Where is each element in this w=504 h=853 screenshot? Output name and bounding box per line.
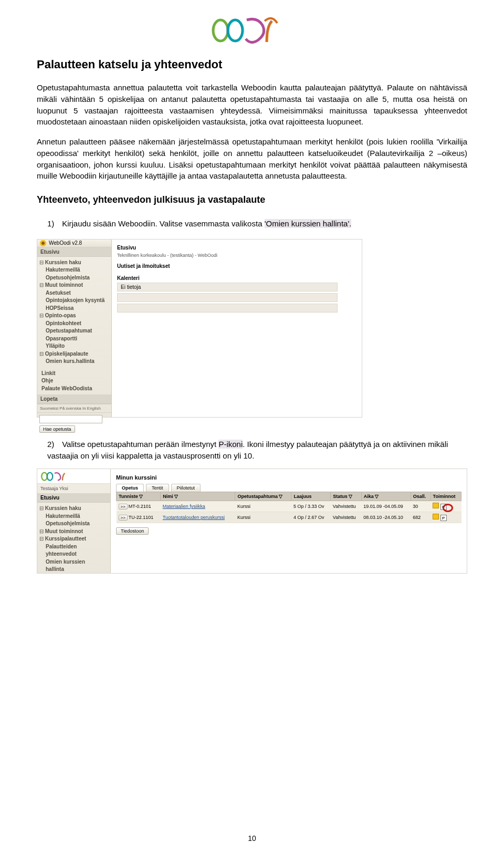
page-heading: Palautteen katselu ja yhteenvedot <box>37 58 467 71</box>
sidebar-kurssien-haku[interactable]: Kurssien haku <box>45 259 81 265</box>
p-icon[interactable]: P <box>440 515 447 521</box>
sidebar-linkit[interactable]: Linkit <box>41 370 56 376</box>
sidebar-muut-toiminnot[interactable]: Muut toiminnot <box>45 282 83 288</box>
sidebar-opintojaksojen[interactable]: Opintojaksojen kysyntä <box>46 297 104 303</box>
sidebar-opetusohjelmista[interactable]: Opetusohjelmista <box>46 275 90 280</box>
course-link[interactable]: Tuotantotalouden peruskurssi <box>163 515 225 520</box>
username: Testaaja Yksi <box>37 484 110 493</box>
breadcrumb: Etusivu <box>117 245 356 251</box>
sidebar-ohje[interactable]: Ohje <box>41 378 53 383</box>
sidebar-asetukset[interactable]: Asetukset <box>46 290 71 296</box>
kalenteri-title: Kalenteri <box>117 275 356 281</box>
paragraph-1: Opetustapahtumasta annettua palautetta v… <box>37 82 467 128</box>
sidebar-hakutermeilla[interactable]: Hakutermeillä <box>46 267 80 273</box>
sidebar-palaute[interactable]: Palaute WebOodista <box>41 386 92 391</box>
sidebar-section-etusivu-2[interactable]: Etusivu <box>37 493 110 503</box>
page-number: 10 <box>0 834 504 842</box>
step-2: 2) Valitse opetustapahtuman perään ilmes… <box>47 439 467 462</box>
tab-opetus[interactable]: Opetus <box>116 484 144 492</box>
svg-point-2 <box>41 472 47 480</box>
svg-point-3 <box>47 472 53 480</box>
sidebar-opintokohteet[interactable]: Opintokohteet <box>46 320 81 326</box>
search-input[interactable] <box>39 415 102 423</box>
search-button[interactable]: Hae opetusta <box>39 425 75 433</box>
oodi-logo-small <box>37 469 110 484</box>
step-1: 1) Kirjaudu sisään Weboodiin. Valitse va… <box>47 218 467 230</box>
sidebar-kurssien-haku-2[interactable]: Kurssien haku <box>45 505 81 511</box>
screenshot-1: WebOodi v2.8 Etusivu ⊟ Kurssien haku Hak… <box>37 239 467 418</box>
tiedostoon-button[interactable]: Tiedostoon <box>116 527 149 535</box>
sidebar-yllapito[interactable]: Ylläpito <box>46 343 65 349</box>
calendar-icon[interactable] <box>433 514 439 519</box>
subheading: Yhteenveto, yhteenvedon julkisuus ja vas… <box>37 194 467 205</box>
sidebar-section-etusivu[interactable]: Etusivu <box>37 247 111 257</box>
sidebar-kurssipalautteet[interactable]: Kurssipalautteet <box>45 536 86 542</box>
sidebar-omien-kurs-hallinta[interactable]: Omien kurs.hallinta <box>46 358 94 364</box>
svg-point-0 <box>213 20 228 41</box>
page-title: Minun kurssini <box>116 474 461 481</box>
table-row: >>MT-0.2101 Materiaalien fysiikka Kurssi… <box>117 501 461 512</box>
sidebar-omien-kurssien-2[interactable]: Omien kurssien <box>46 559 85 565</box>
sunflower-icon <box>39 240 47 247</box>
sidebar-opetustapahtumat[interactable]: Opetustapahtumat <box>46 328 92 334</box>
uutiset-title: Uutiset ja ilmoitukset <box>117 263 356 269</box>
tab-piilotetut[interactable]: Piilotetut <box>171 484 201 492</box>
table-row: >>TU-22.1101 Tuotantotalouden peruskurss… <box>117 512 461 523</box>
sidebar-opasraportti[interactable]: Opasraportti <box>46 336 77 341</box>
tab-tentit[interactable]: Tentit <box>146 484 169 492</box>
language-bar[interactable]: Suomeksi På svenska In English <box>37 404 111 412</box>
sidebar-opiskelijapalaute[interactable]: Opiskelijapalaute <box>45 351 88 357</box>
sidebar-opinto-opas[interactable]: Opinto-opas <box>45 313 76 318</box>
kalenteri-row: Ei tietoja <box>117 283 338 292</box>
highlight-p-ikoni: P-ikoni <box>218 440 243 449</box>
svg-point-1 <box>228 20 243 41</box>
courses-table: Tunniste ▽ Nimi ▽ Opetustapahtuma ▽ Laaj… <box>116 492 461 523</box>
highlight-omien-kurssien: 'Omien kurssien hallinta'. <box>265 219 352 228</box>
course-link[interactable]: Materiaalien fysiikka <box>163 504 205 509</box>
sidebar-section-lopeta[interactable]: Lopeta <box>37 394 111 404</box>
logo <box>37 16 467 47</box>
calendar-icon[interactable] <box>433 503 439 508</box>
paragraph-2: Annetun palautteen pääsee näkemään järje… <box>37 136 467 182</box>
screenshot-2: Testaaja Yksi Etusivu ⊟ Kurssien haku Ha… <box>37 469 467 574</box>
